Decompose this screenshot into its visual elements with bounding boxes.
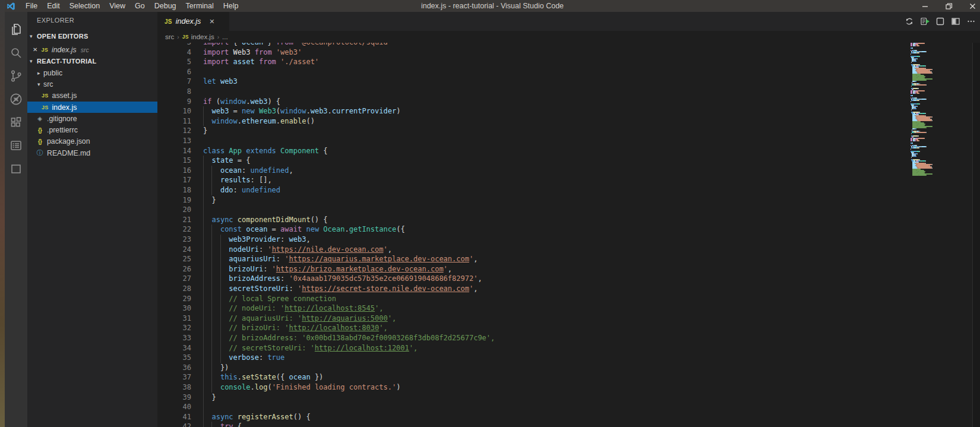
list-panel-icon[interactable] <box>5 134 27 157</box>
code-line-5: 5import asset from './asset' <box>157 57 972 67</box>
code-line-15: 15 state = { <box>157 156 972 166</box>
line-number: 42 <box>157 422 191 427</box>
menu-bar: FileEditSelectionViewGoDebugTerminalHelp <box>21 0 244 12</box>
line-number: 33 <box>157 333 191 343</box>
vscode-logo-icon <box>7 2 15 11</box>
run-code-icon[interactable] <box>919 17 930 27</box>
line-number: 7 <box>157 77 191 87</box>
close-icon[interactable] <box>969 2 976 10</box>
tree-item-package.json[interactable]: {}package.json <box>27 136 157 147</box>
line-number: 11 <box>157 116 191 126</box>
sync-icon[interactable] <box>904 17 914 27</box>
tree-item-asset.js[interactable]: JSasset.js <box>27 90 157 102</box>
vscode-window: FileEditSelectionViewGoDebugTerminalHelp… <box>5 0 980 427</box>
editor-actions <box>904 12 976 31</box>
explorer-icon[interactable] <box>5 18 27 41</box>
search-icon[interactable] <box>5 42 27 64</box>
code-line-42: 42 try { <box>157 422 972 427</box>
breadcrumb: src›JSindex.js›... <box>157 31 980 43</box>
menu-edit[interactable]: Edit <box>42 0 65 12</box>
minimap[interactable] <box>911 43 972 176</box>
open-editor-index.js[interactable]: ✕JSindex.jssrc <box>27 44 157 55</box>
tab-indexjs[interactable]: JS index.js ✕ <box>157 12 229 31</box>
sidebar-title: EXPLORER <box>37 17 74 24</box>
menu-file[interactable]: File <box>21 0 42 12</box>
code-line-24: 24 nodeUri: 'https://nile.dev-ocean.com'… <box>157 245 972 255</box>
tree-item-readme.md[interactable]: ⓘREADME.md <box>27 147 157 159</box>
breadcrumb-separator-icon: › <box>177 34 179 40</box>
js-file-icon: JS <box>41 47 48 53</box>
menu-go[interactable]: Go <box>130 0 150 12</box>
code-line-16: 16 ocean: undefined, <box>157 166 972 176</box>
line-number: 6 <box>157 67 191 77</box>
menu-terminal[interactable]: Terminal <box>181 0 219 12</box>
line-number: 22 <box>157 224 191 235</box>
line-number: 36 <box>157 363 191 373</box>
menu-selection[interactable]: Selection <box>65 0 105 12</box>
tree-item-public[interactable]: ▸public <box>27 67 157 78</box>
line-number: 26 <box>157 264 191 274</box>
source-control-icon[interactable] <box>5 65 27 87</box>
line-number: 23 <box>157 235 191 245</box>
line-number: 32 <box>157 323 191 333</box>
debug-icon[interactable] <box>5 88 27 110</box>
line-number: 12 <box>157 126 191 136</box>
more-actions-icon[interactable] <box>966 17 976 27</box>
tree-item-dot-gitignore[interactable]: ◈.gitignore <box>27 113 157 124</box>
breadcrumb-separator-icon: › <box>217 34 219 40</box>
minimize-icon[interactable] <box>921 2 929 10</box>
breadcrumb-item-indexjs[interactable]: JSindex.js <box>182 33 214 40</box>
code-line-19: 19 } <box>157 195 972 205</box>
line-number: 35 <box>157 353 191 363</box>
close-icon[interactable]: ✕ <box>33 46 37 53</box>
line-number: 24 <box>157 245 191 255</box>
code-line-32: 32 // brizoUri: 'http://localhost:8030', <box>157 323 972 333</box>
menu-view[interactable]: View <box>105 0 130 12</box>
editor-body: src›JSindex.js›... 3import { Ocean } fro… <box>157 31 980 427</box>
extensions-icon[interactable] <box>5 111 27 134</box>
menu-help[interactable]: Help <box>219 0 244 12</box>
open-preview-icon[interactable] <box>935 17 945 27</box>
menu-debug[interactable]: Debug <box>150 0 181 12</box>
section-header-react-tutorial[interactable]: ▾REACT-TUTORIAL <box>27 55 157 67</box>
code-line-36: 36 }) <box>157 363 972 373</box>
code-line-41: 41 async registerAsset() { <box>157 412 972 422</box>
vertical-scrollbar[interactable] <box>972 31 980 427</box>
code-line-9: 9if (window.web3) { <box>157 97 972 107</box>
code-line-6: 6 <box>157 67 972 77</box>
section-header-open-editors[interactable]: ▾OPEN EDITORS <box>27 30 157 42</box>
workbench: EXPLORER ▾OPEN EDITORS✕JSindex.jssrc▾REA… <box>5 12 980 427</box>
activity-bar <box>5 12 27 427</box>
tree-item-index.js[interactable]: JSindex.js <box>27 102 157 113</box>
line-number: 29 <box>157 294 191 304</box>
markdown-file-icon: ⓘ <box>36 148 43 157</box>
split-editor-icon[interactable] <box>950 17 960 27</box>
tree-item-src[interactable]: ▾src <box>27 78 157 90</box>
tree-item-dot-prettierrc[interactable]: {}.prettierrc <box>27 124 157 135</box>
line-number: 19 <box>157 195 191 205</box>
code-line-33: 33 // brizoAddress: '0x00bd138abd70e2f00… <box>157 333 972 343</box>
code-line-28: 28 secretStoreUri: 'https://secret-store… <box>157 284 972 294</box>
line-number: 25 <box>157 254 191 264</box>
js-file-icon: JS <box>42 93 49 99</box>
line-number: 5 <box>157 57 191 67</box>
tab-bar: JS index.js ✕ <box>157 12 980 31</box>
line-number: 4 <box>157 48 191 58</box>
line-number: 40 <box>157 402 191 412</box>
code-line-10: 10 web3 = new Web3(window.web3.currentPr… <box>157 106 972 116</box>
code-line-38: 38 console.log('Finished loading contrac… <box>157 382 972 393</box>
line-number: 34 <box>157 343 191 353</box>
restore-icon[interactable] <box>945 2 953 10</box>
breadcrumb-item-symbol[interactable]: ... <box>222 33 228 40</box>
code-line-39: 39 } <box>157 393 972 403</box>
breadcrumb-item-src[interactable]: src <box>165 33 174 40</box>
window-panel-icon[interactable] <box>5 157 27 180</box>
code-line-21: 21 async componentDidMount() { <box>157 215 972 225</box>
explorer-sidebar: EXPLORER ▾OPEN EDITORS✕JSindex.jssrc▾REA… <box>27 12 157 427</box>
code-line-30: 30 // nodeUri: 'http://localhost:8545', <box>157 303 972 314</box>
desktop-wallpaper-sliver <box>0 0 5 427</box>
code-area[interactable]: 3import { Ocean } from '@oceanprotocol/s… <box>157 31 972 427</box>
tab-close-icon[interactable]: ✕ <box>209 18 214 26</box>
gitignore-file-icon: ◈ <box>36 115 43 122</box>
js-file-icon: JS <box>182 34 189 40</box>
